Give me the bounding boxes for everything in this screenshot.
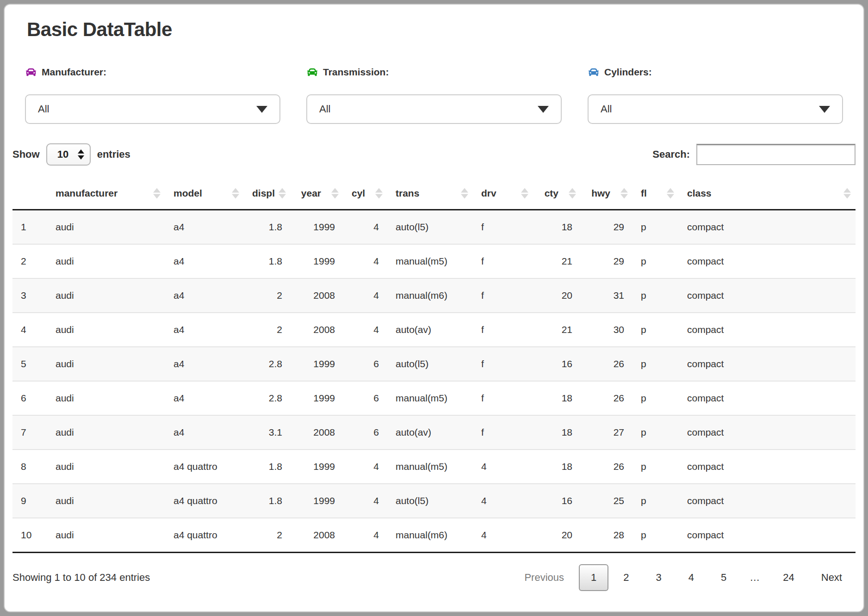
column-header-class[interactable]: class bbox=[679, 178, 856, 210]
filter-label-text: Cylinders: bbox=[604, 67, 652, 78]
entries-select-value: 10 bbox=[57, 148, 68, 160]
row-number-cell: 9 bbox=[12, 484, 47, 518]
table-cell-displ: 1.8 bbox=[244, 484, 291, 518]
table-cell-class: compact bbox=[679, 210, 856, 245]
table-cell-class: compact bbox=[679, 313, 856, 347]
search-control: Search: bbox=[652, 144, 856, 165]
column-header-hwy[interactable]: hwy bbox=[581, 178, 632, 210]
entries-select[interactable]: 10 bbox=[46, 143, 91, 166]
table-cell-trans: manual(m5) bbox=[387, 450, 473, 484]
table-cell-model: a4 quattro bbox=[165, 518, 244, 553]
table-cell-model: a4 quattro bbox=[165, 450, 244, 484]
transmission-select[interactable]: All bbox=[306, 94, 562, 124]
table-cell-hwy: 30 bbox=[581, 313, 632, 347]
table-row[interactable]: 7audia43.120086auto(av)f1827pcompact bbox=[12, 415, 856, 450]
table-cell-cyl: 4 bbox=[343, 210, 387, 245]
page-button-3[interactable]: 3 bbox=[644, 564, 674, 591]
column-header-trans[interactable]: trans bbox=[387, 178, 473, 210]
table-row[interactable]: 1audia41.819994auto(l5)f1829pcompact bbox=[12, 210, 856, 245]
entries-label: entries bbox=[97, 148, 130, 160]
table-cell-cyl: 4 bbox=[343, 278, 387, 313]
cylinders-select[interactable]: All bbox=[588, 94, 843, 124]
table-cell-drv: f bbox=[473, 347, 533, 381]
sort-icon bbox=[153, 188, 161, 199]
table-row[interactable]: 10audia4 quattro220084manual(m6)42028pco… bbox=[12, 518, 856, 553]
table-cell-trans: manual(m5) bbox=[387, 244, 473, 278]
table-cell-year: 2008 bbox=[291, 313, 343, 347]
table-cell-cyl: 4 bbox=[343, 450, 387, 484]
table-cell-trans: auto(l5) bbox=[387, 347, 473, 381]
column-header-label: cty bbox=[545, 188, 558, 198]
table-cell-cyl: 6 bbox=[343, 347, 387, 381]
page-title: Basic DataTable bbox=[27, 18, 863, 41]
selected-value: All bbox=[38, 103, 49, 115]
row-number-cell: 3 bbox=[12, 278, 47, 313]
entries-info: Showing 1 to 10 of 234 entries bbox=[12, 572, 150, 584]
row-number-cell: 4 bbox=[12, 313, 47, 347]
table-cell-drv: f bbox=[473, 415, 533, 450]
table-cell-manufacturer: audi bbox=[47, 415, 165, 450]
table-row[interactable]: 8audia4 quattro1.819994manual(m5)41826pc… bbox=[12, 450, 856, 484]
column-header-label: hwy bbox=[591, 188, 610, 198]
table-cell-trans: manual(m6) bbox=[387, 518, 473, 553]
manufacturer-filter-label: Manufacturer: bbox=[25, 67, 280, 78]
page-button-24[interactable]: 24 bbox=[771, 564, 806, 591]
column-header-label: trans bbox=[396, 188, 419, 198]
column-header-drv[interactable]: drv bbox=[473, 178, 533, 210]
next-page-button[interactable]: Next bbox=[809, 564, 854, 591]
page-button-5[interactable]: 5 bbox=[709, 564, 738, 591]
column-header-cyl[interactable]: cyl bbox=[343, 178, 387, 210]
table-row[interactable]: 2audia41.819994manual(m5)f2129pcompact bbox=[12, 244, 856, 278]
table-cell-cty: 18 bbox=[533, 415, 581, 450]
table-cell-fl: p bbox=[632, 347, 679, 381]
table-row[interactable]: 6audia42.819996manual(m5)f1826pcompact bbox=[12, 381, 856, 415]
table-cell-trans: manual(m6) bbox=[387, 278, 473, 313]
column-header-manufacturer[interactable]: manufacturer bbox=[47, 178, 165, 210]
table-cell-class: compact bbox=[679, 415, 856, 450]
table-cell-year: 2008 bbox=[291, 518, 343, 553]
search-input[interactable] bbox=[696, 144, 856, 165]
table-cell-cty: 18 bbox=[533, 381, 581, 415]
table-header: manufacturermodeldisplyearcyltransdrvcty… bbox=[12, 178, 856, 210]
table-cell-hwy: 25 bbox=[581, 484, 632, 518]
table-cell-cty: 21 bbox=[533, 313, 581, 347]
column-header-label: class bbox=[687, 188, 712, 198]
table-cell-model: a4 quattro bbox=[165, 484, 244, 518]
table-row[interactable]: 3audia4220084manual(m6)f2031pcompact bbox=[12, 278, 856, 313]
table-cell-displ: 1.8 bbox=[244, 450, 291, 484]
table-cell-drv: f bbox=[473, 244, 533, 278]
table-row[interactable]: 5audia42.819996auto(l5)f1626pcompact bbox=[12, 347, 856, 381]
table-cell-hwy: 27 bbox=[581, 415, 632, 450]
table-cell-cty: 20 bbox=[533, 278, 581, 313]
table-cell-cty: 16 bbox=[533, 484, 581, 518]
table-cell-year: 1999 bbox=[291, 450, 343, 484]
table-cell-displ: 2 bbox=[244, 313, 291, 347]
column-header-fl[interactable]: fl bbox=[632, 178, 679, 210]
entries-length-control: Show 10 entries bbox=[12, 143, 130, 166]
table-cell-fl: p bbox=[632, 210, 679, 245]
manufacturer-select[interactable]: All bbox=[25, 94, 280, 124]
table-cell-model: a4 bbox=[165, 381, 244, 415]
table-cell-cyl: 4 bbox=[343, 518, 387, 553]
page-button-2[interactable]: 2 bbox=[611, 564, 641, 591]
sort-icon bbox=[375, 188, 383, 199]
column-header-label: model bbox=[174, 188, 202, 198]
table-cell-trans: manual(m5) bbox=[387, 381, 473, 415]
table-row[interactable]: 4audia4220084auto(av)f2130pcompact bbox=[12, 313, 856, 347]
table-cell-model: a4 bbox=[165, 244, 244, 278]
page-button-4[interactable]: 4 bbox=[676, 564, 706, 591]
table-cell-hwy: 29 bbox=[581, 244, 632, 278]
table-row[interactable]: 9audia4 quattro1.819994auto(l5)41625pcom… bbox=[12, 484, 856, 518]
table-cell-trans: auto(av) bbox=[387, 313, 473, 347]
row-number-cell: 1 bbox=[12, 210, 47, 245]
column-header-label: fl bbox=[641, 188, 647, 198]
table-cell-class: compact bbox=[679, 347, 856, 381]
page-button-1[interactable]: 1 bbox=[579, 564, 608, 591]
previous-page-button[interactable]: Previous bbox=[512, 564, 576, 591]
table-cell-manufacturer: audi bbox=[47, 313, 165, 347]
column-header-cty[interactable]: cty bbox=[533, 178, 581, 210]
column-header-model[interactable]: model bbox=[165, 178, 244, 210]
table-cell-fl: p bbox=[632, 313, 679, 347]
column-header-year[interactable]: year bbox=[291, 178, 343, 210]
column-header-displ[interactable]: displ bbox=[244, 178, 291, 210]
